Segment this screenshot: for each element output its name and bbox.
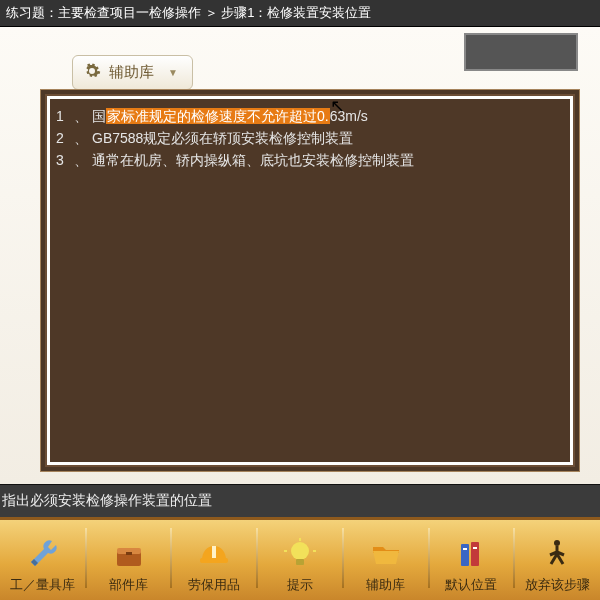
tools-library-button[interactable]: 工／量具库 [2,534,84,596]
chevron-down-icon: ▼ [168,67,178,78]
tool-label: 默认位置 [445,576,497,594]
ppe-button[interactable]: 劳保用品 [173,534,255,596]
toolbar-separator [85,528,87,588]
tab-label: 辅助库 [109,63,154,82]
list-text: 国家标准规定的检修速度不允许超过0.63m/s [92,105,368,127]
tool-label: 部件库 [109,576,148,594]
svg-rect-11 [463,548,467,550]
parts-library-button[interactable]: 部件库 [88,534,170,596]
tool-label: 辅助库 [366,576,405,594]
info-panel-inner: 1、 国家标准规定的检修速度不允许超过0.63m/s 2、 GB7588规定必须… [47,96,573,465]
tool-label: 提示 [287,576,313,594]
list-sep: 、 [74,127,88,149]
list-item[interactable]: 3、 通常在机房、轿内操纵箱、底坑也安装检修控制装置 [56,149,570,171]
tool-label: 工／量具库 [10,576,75,594]
gear-icon [83,62,101,83]
list-sep: 、 [74,105,88,127]
toolbar-separator [428,528,430,588]
abandon-step-button[interactable]: 放弃该步骤 [516,534,598,596]
list-index: 3 [56,149,74,171]
toolbar-separator [256,528,258,588]
svg-rect-9 [461,544,469,566]
bottom-toolbar: 工／量具库 部件库 劳保用品 提示 辅助库 默认位置 放弃该步骤 [0,517,600,600]
svg-rect-12 [473,547,477,549]
list-index: 2 [56,127,74,149]
svg-rect-3 [200,558,228,563]
svg-rect-5 [296,559,304,565]
folder-icon [370,538,402,573]
walk-icon [541,538,573,573]
list-index: 1 [56,105,74,127]
background-panel-decor [464,33,578,71]
title-bar: 练习题：主要检查项目一检修操作 ＞ 步骤1：检修装置安装位置 [0,0,600,27]
svg-point-13 [554,540,560,546]
highlighted-text: 家标准规定的检修速度不允许超过0. [106,108,330,124]
list-item[interactable]: 2、 GB7588规定必须在轿顶安装检修控制装置 [56,127,570,149]
tool-label: 放弃该步骤 [525,576,590,594]
toolbar-separator [342,528,344,588]
books-icon [455,538,487,573]
toolbar-separator [513,528,515,588]
tool-label: 劳保用品 [188,576,240,594]
info-list: 1、 国家标准规定的检修速度不允许超过0.63m/s 2、 GB7588规定必须… [50,99,570,171]
info-panel: 1、 国家标准规定的检修速度不允许超过0.63m/s 2、 GB7588规定必须… [40,89,580,472]
default-position-button[interactable]: 默认位置 [431,534,513,596]
list-sep: 、 [74,149,88,171]
stage: 辅助库 ▼ 1、 国家标准规定的检修速度不允许超过0.63m/s 2、 GB75… [0,27,600,484]
instruction-bar: 指出必须安装检修操作装置的位置 [0,484,600,517]
list-text: GB7588规定必须在轿顶安装检修控制装置 [92,127,353,149]
parts-icon [113,538,145,573]
list-item[interactable]: 1、 国家标准规定的检修速度不允许超过0.63m/s [56,105,570,127]
bulb-icon [284,538,316,573]
svg-rect-10 [471,542,479,566]
wrench-icon [27,538,59,573]
helmet-icon [198,538,230,573]
toolbar-separator [170,528,172,588]
svg-point-4 [291,542,309,560]
aux-library-tab[interactable]: 辅助库 ▼ [72,55,193,90]
aux-library-button[interactable]: 辅助库 [345,534,427,596]
hint-button[interactable]: 提示 [259,534,341,596]
svg-rect-2 [126,552,132,555]
list-text: 通常在机房、轿内操纵箱、底坑也安装检修控制装置 [92,149,414,171]
